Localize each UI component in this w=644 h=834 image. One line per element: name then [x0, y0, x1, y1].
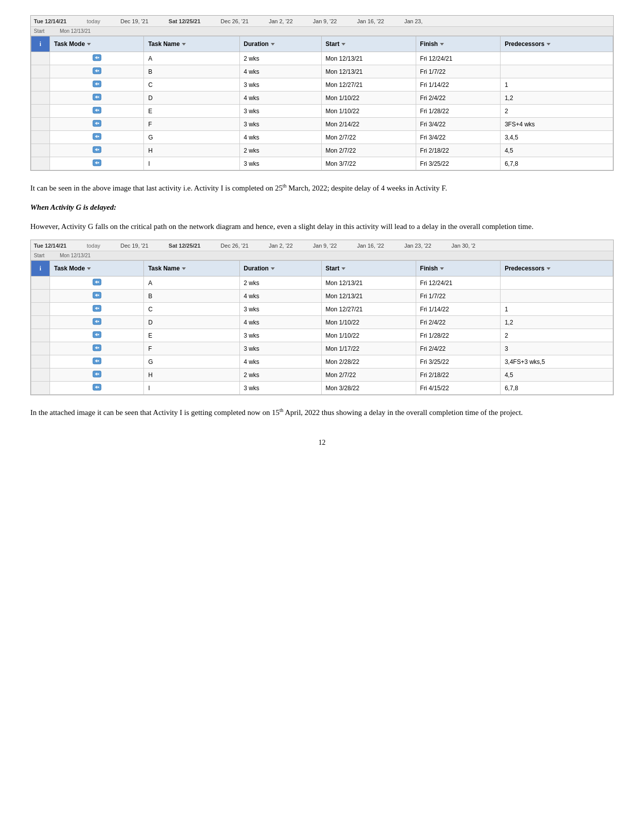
th-task-mode-1: Task Mode — [50, 36, 144, 52]
table-row: F 3 wks Mon 1/17/22 Fri 2/4/22 3 — [31, 342, 613, 355]
row-start: Mon 2/28/22 — [321, 355, 416, 368]
table-row: C 3 wks Mon 12/27/21 Fri 1/14/22 1 — [31, 78, 613, 91]
row-finish: Fri 12/24/21 — [416, 276, 501, 290]
row-start: Mon 12/27/21 — [321, 303, 416, 316]
row-start: Mon 2/7/22 — [321, 144, 416, 157]
timeline-sat-2: Sat 12/25/21 — [169, 243, 201, 249]
row-predecessors: 4,5 — [501, 368, 613, 382]
row-task-mode-cell — [50, 355, 144, 368]
row-task-mode-cell — [50, 131, 144, 144]
th-duration-2: Duration — [239, 261, 321, 276]
row-task-mode-cell — [50, 316, 144, 329]
row-task-name: H — [144, 368, 239, 382]
row-duration: 3 wks — [239, 105, 321, 118]
timeline-header-2: Tue 12/14/21 today Dec 19, '21 Sat 12/25… — [31, 240, 613, 251]
info-th-1: i — [31, 36, 50, 52]
info-icon-1: i — [35, 39, 45, 49]
row-task-name: I — [144, 382, 239, 395]
row-duration: 4 wks — [239, 65, 321, 78]
timeline-jan16-1: Jan 16, '22 — [357, 18, 384, 24]
table-row: G 4 wks Mon 2/7/22 Fri 3/4/22 3,4,5 — [31, 131, 613, 144]
row-info-cell — [31, 382, 50, 395]
row-task-mode-cell — [50, 329, 144, 342]
timeline-jan9-2: Jan 9, '22 — [313, 243, 337, 249]
row-predecessors — [501, 65, 613, 78]
table-row: I 3 wks Mon 3/7/22 Fri 3/25/22 6,7,8 — [31, 157, 613, 170]
timeline-jan23-2: Jan 23, '22 — [404, 243, 431, 249]
row-task-mode-cell — [50, 118, 144, 131]
row-info-cell — [31, 276, 50, 290]
timeline-today-2: today — [87, 243, 101, 249]
row-task-name: G — [144, 131, 239, 144]
row-task-name: A — [144, 52, 239, 65]
row-info-cell — [31, 368, 50, 382]
start-date-1: Mon 12/13/21 — [60, 28, 90, 34]
row-predecessors: 1,2 — [501, 91, 613, 105]
row-predecessors — [501, 276, 613, 290]
th-predecessors-2: Predecessors — [501, 261, 613, 276]
th-duration-1: Duration — [239, 36, 321, 52]
row-finish: Fri 3/25/22 — [416, 355, 501, 368]
task-name-arrow-1 — [182, 43, 186, 45]
table-row: H 2 wks Mon 2/7/22 Fri 2/18/22 4,5 — [31, 144, 613, 157]
table-row: B 4 wks Mon 12/13/21 Fri 1/7/22 — [31, 65, 613, 78]
row-task-mode-cell — [50, 342, 144, 355]
timeline-jan2-2: Jan 2, '22 — [269, 243, 292, 249]
row-start: Mon 12/13/21 — [321, 290, 416, 303]
table-row: A 2 wks Mon 12/13/21 Fri 12/24/21 — [31, 52, 613, 65]
row-task-name: E — [144, 105, 239, 118]
row-task-name: H — [144, 144, 239, 157]
finish-arrow-1 — [440, 43, 444, 45]
th-task-name-1: Task Name — [144, 36, 239, 52]
row-task-name: C — [144, 78, 239, 91]
row-task-mode-cell — [50, 290, 144, 303]
row-info-cell — [31, 105, 50, 118]
row-task-name: B — [144, 65, 239, 78]
row-info-cell — [31, 78, 50, 91]
row-duration: 2 wks — [239, 276, 321, 290]
row-info-cell — [31, 131, 50, 144]
row-duration: 3 wks — [239, 157, 321, 170]
row-predecessors: 2 — [501, 329, 613, 342]
row-task-name: E — [144, 329, 239, 342]
row-predecessors: 3FS+4 wks — [501, 118, 613, 131]
row-finish: Fri 1/14/22 — [416, 303, 501, 316]
timeline-date-1: Tue 12/14/21 — [34, 18, 67, 24]
row-duration: 3 wks — [239, 329, 321, 342]
row-info-cell — [31, 91, 50, 105]
row-finish: Fri 2/18/22 — [416, 144, 501, 157]
row-finish: Fri 1/14/22 — [416, 78, 501, 91]
row-finish: Fri 2/4/22 — [416, 316, 501, 329]
row-predecessors: 3,4,5 — [501, 131, 613, 144]
row-info-cell — [31, 342, 50, 355]
row-finish: Fri 4/15/22 — [416, 382, 501, 395]
task-mode-arrow-2 — [87, 267, 91, 270]
row-finish: Fri 1/28/22 — [416, 329, 501, 342]
start-label-2: Start — [34, 253, 44, 258]
finish-arrow-2 — [440, 267, 444, 270]
th-task-name-2: Task Name — [144, 261, 239, 276]
row-predecessors — [501, 290, 613, 303]
row-finish: Fri 2/4/22 — [416, 342, 501, 355]
row-info-cell — [31, 118, 50, 131]
row-task-name: G — [144, 355, 239, 368]
row-duration: 3 wks — [239, 382, 321, 395]
row-duration: 4 wks — [239, 91, 321, 105]
timeline-dec26-1: Dec 26, '21 — [221, 18, 249, 24]
row-finish: Fri 3/25/22 — [416, 157, 501, 170]
row-duration: 4 wks — [239, 355, 321, 368]
section-heading: When Activity G is delayed: — [30, 201, 614, 213]
predecessors-arrow-1 — [547, 43, 551, 45]
row-task-name: B — [144, 290, 239, 303]
row-finish: Fri 2/18/22 — [416, 368, 501, 382]
row-start: Mon 3/28/22 — [321, 382, 416, 395]
row-start: Mon 2/7/22 — [321, 131, 416, 144]
row-task-name: C — [144, 303, 239, 316]
row-duration: 2 wks — [239, 144, 321, 157]
row-start: Mon 3/7/22 — [321, 157, 416, 170]
table-row: C 3 wks Mon 12/27/21 Fri 1/14/22 1 — [31, 303, 613, 316]
info-th-2: i — [31, 261, 50, 276]
row-task-mode-cell — [50, 52, 144, 65]
gantt-chart-1: Tue 12/14/21 today Dec 19, '21 Sat 12/25… — [30, 15, 614, 171]
row-start: Mon 12/13/21 — [321, 276, 416, 290]
